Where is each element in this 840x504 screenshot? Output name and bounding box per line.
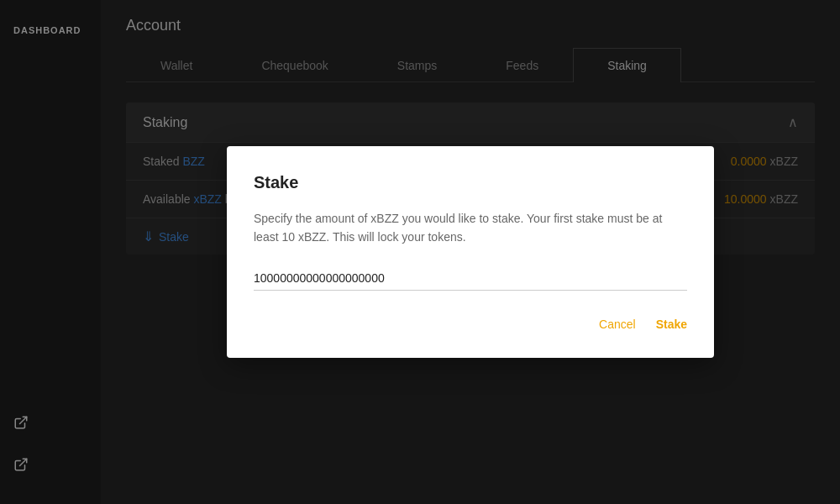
sidebar-label: DASHBOARD bbox=[0, 17, 101, 44]
svg-line-1 bbox=[20, 459, 27, 465]
external-link-svg-1 bbox=[13, 415, 29, 430]
modal-description: Specify the amount of xBZZ you would lik… bbox=[254, 209, 687, 247]
sidebar: DASHBOARD bbox=[0, 0, 101, 504]
stake-modal: Stake Specify the amount of xBZZ you wou… bbox=[227, 146, 714, 359]
modal-title: Stake bbox=[254, 173, 687, 192]
modal-actions: Cancel Stake bbox=[254, 318, 687, 331]
stake-amount-input[interactable] bbox=[254, 266, 687, 291]
external-link-2-icon[interactable] bbox=[0, 445, 101, 487]
confirm-stake-button[interactable]: Stake bbox=[656, 318, 687, 331]
external-link-svg-2 bbox=[13, 457, 29, 472]
main-content: Account Wallet Chequebook Stamps Feeds S… bbox=[101, 0, 840, 504]
external-link-1-icon[interactable] bbox=[0, 403, 101, 445]
cancel-button[interactable]: Cancel bbox=[599, 318, 636, 331]
modal-overlay: Stake Specify the amount of xBZZ you wou… bbox=[101, 0, 840, 504]
svg-line-0 bbox=[20, 417, 27, 423]
